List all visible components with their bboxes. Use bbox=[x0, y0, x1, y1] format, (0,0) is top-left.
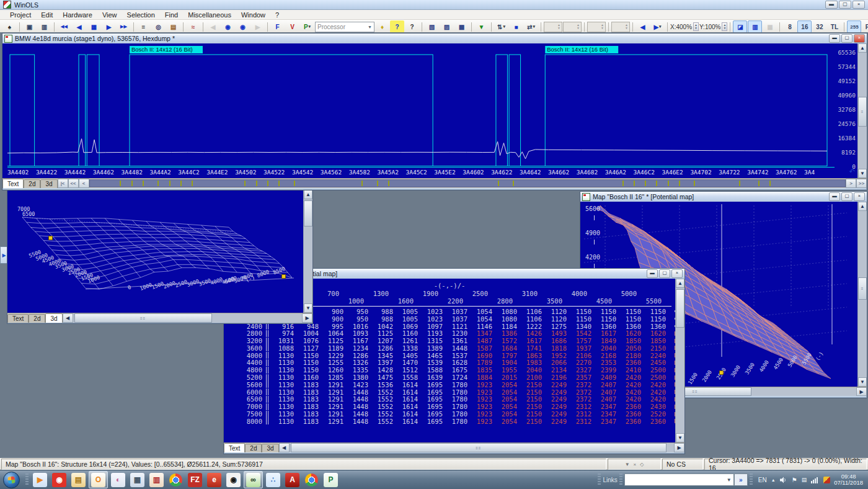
table-cell[interactable]: 1552 bbox=[371, 410, 396, 418]
spinner-arrows[interactable]: ▲▼ bbox=[722, 22, 727, 31]
table-cell[interactable]: 1130 bbox=[272, 352, 296, 359]
y-zoom-spinner[interactable]: Y:100%▲▼ bbox=[699, 22, 727, 31]
table-cell[interactable]: 1448 bbox=[346, 395, 371, 403]
menu-item-window[interactable]: Window bbox=[236, 11, 270, 19]
table-cell[interactable]: 2150 bbox=[520, 395, 544, 403]
menu-item-miscellaneous[interactable]: Miscellaneous bbox=[183, 11, 236, 19]
nav-prev-button[interactable]: < bbox=[79, 179, 89, 188]
window-split-icon[interactable]: ▥ bbox=[37, 20, 51, 33]
table-cell[interactable]: 1150 bbox=[644, 315, 668, 323]
decimal-255-button[interactable]: 255 bbox=[847, 20, 861, 33]
table-cell[interactable]: 1097 bbox=[420, 323, 445, 330]
address-cell[interactable]: 3A4622 bbox=[491, 169, 520, 176]
table-cell[interactable]: 1552 bbox=[371, 403, 396, 410]
nav-next-button[interactable]: > bbox=[846, 179, 856, 188]
taskbar-outlook[interactable]: O bbox=[89, 471, 108, 488]
table-cell[interactable]: 1904 bbox=[495, 359, 520, 366]
table-cell[interactable]: 1023 bbox=[420, 308, 445, 315]
action-center-flag-icon[interactable]: ⚑ bbox=[792, 477, 797, 483]
map-search-button[interactable]: ▧ bbox=[425, 20, 439, 33]
table-cell[interactable]: 1850 bbox=[644, 337, 668, 344]
address-cell[interactable]: 3A45E2 bbox=[434, 169, 463, 176]
address-cell[interactable]: 3A4442 bbox=[64, 169, 93, 176]
table-cell[interactable]: 1539 bbox=[420, 359, 445, 366]
scroll-left-arrow[interactable]: ◀ bbox=[63, 313, 73, 323]
table-cell[interactable]: 1923 bbox=[470, 418, 495, 425]
context-help-button[interactable]: ? bbox=[405, 20, 419, 33]
table-cell[interactable]: 2270 bbox=[569, 359, 594, 366]
table-cell[interactable]: 1286 bbox=[371, 344, 396, 352]
scroll-left-arrow[interactable]: ◀ bbox=[279, 443, 290, 452]
table-cell[interactable]: 1361 bbox=[445, 337, 470, 344]
tab-3d[interactable]: 3d bbox=[262, 444, 278, 452]
bits-16-button[interactable]: 16 bbox=[797, 20, 812, 33]
nav-next-button[interactable]: ▶ bbox=[102, 20, 116, 33]
close-button[interactable]: × bbox=[854, 34, 865, 43]
nav-prev-page-button[interactable]: << bbox=[68, 179, 79, 188]
table-cell[interactable]: 1125 bbox=[371, 330, 396, 337]
table-cell[interactable]: 1291 bbox=[321, 410, 346, 418]
address-cell[interactable]: 3A4542 bbox=[292, 169, 321, 176]
map-3d-left-view[interactable]: 7000650055005000450040003500300025002000… bbox=[7, 190, 303, 313]
table-cell[interactable]: 1614 bbox=[396, 395, 420, 403]
map-selection-rect[interactable] bbox=[79, 55, 86, 166]
clipboard-icon[interactable]: ▤ bbox=[802, 477, 807, 483]
table-cell[interactable]: 2409 bbox=[594, 374, 619, 381]
table-cell[interactable]: 2360 bbox=[619, 403, 644, 410]
table-cell[interactable]: 1695 bbox=[420, 418, 445, 425]
map-selection-rect[interactable] bbox=[545, 55, 827, 166]
menu-item-?[interactable]: ? bbox=[270, 11, 284, 19]
table-cell[interactable]: 2430 bbox=[644, 403, 668, 410]
table-cell[interactable]: 1558 bbox=[396, 374, 420, 381]
maximize-button[interactable]: ▢ bbox=[839, 1, 851, 9]
address-cell[interactable]: 3A45C2 bbox=[405, 169, 434, 176]
tray-app-icon[interactable] bbox=[823, 477, 830, 483]
table-cell[interactable]: 1741 bbox=[520, 344, 544, 352]
address-cell[interactable]: 3A4602 bbox=[463, 169, 491, 176]
start-button[interactable] bbox=[3, 472, 20, 488]
table-cell[interactable]: 1695 bbox=[420, 410, 445, 418]
table-cell[interactable]: 1405 bbox=[396, 352, 420, 359]
table-cell[interactable]: 1620 bbox=[619, 330, 644, 337]
table-cell[interactable]: 2054 bbox=[495, 395, 520, 403]
table-cell[interactable]: 995 bbox=[321, 323, 346, 330]
table-cell[interactable]: 1537 bbox=[445, 352, 470, 359]
table-cell[interactable]: 2150 bbox=[644, 344, 668, 352]
table-cell[interactable]: 1130 bbox=[272, 395, 296, 403]
connect-button[interactable]: ≈ bbox=[186, 20, 200, 33]
minimize-button[interactable]: ▬ bbox=[829, 34, 840, 43]
go-button[interactable]: » bbox=[734, 473, 748, 486]
table-cell[interactable]: 1150 bbox=[569, 308, 594, 315]
table-cell[interactable]: 1222 bbox=[520, 323, 544, 330]
table-cell[interactable]: 988 bbox=[371, 315, 396, 323]
hexdump-titlebar[interactable]: BMW 4e18d murcia (stage1 dyno), 536576, … bbox=[2, 34, 867, 43]
table-cell[interactable]: 1863 bbox=[520, 352, 544, 359]
table-cell[interactable]: 1695 bbox=[420, 388, 445, 396]
view-text-button[interactable]: ▥ bbox=[748, 20, 762, 33]
table-cell[interactable]: 1797 bbox=[495, 352, 520, 359]
tray-grip[interactable] bbox=[750, 473, 753, 486]
project-p-button[interactable]: P bbox=[300, 20, 314, 33]
address-cell[interactable]: 3A4462 bbox=[93, 169, 122, 176]
table-cell[interactable]: 1360 bbox=[644, 323, 668, 330]
table-cell[interactable]: 1617 bbox=[594, 330, 619, 337]
table-cell[interactable]: 1345 bbox=[371, 352, 396, 359]
nav-prev-button[interactable]: ◀ bbox=[72, 20, 86, 33]
table-cell[interactable]: 1093 bbox=[346, 330, 371, 337]
table-cell[interactable]: 1789 bbox=[470, 359, 495, 366]
folder-f-button[interactable]: F bbox=[270, 20, 285, 33]
close-button[interactable]: × bbox=[852, 1, 865, 9]
taskbar-publisher[interactable]: P bbox=[322, 472, 340, 488]
table-cell[interactable]: 2420 bbox=[644, 388, 668, 396]
table-cell[interactable]: 2150 bbox=[520, 381, 544, 388]
table-cell[interactable]: 1639 bbox=[420, 374, 445, 381]
address-cell[interactable]: 3A4642 bbox=[520, 169, 548, 176]
table-cell[interactable]: 2168 bbox=[594, 352, 619, 359]
table-cell[interactable]: 1291 bbox=[321, 381, 346, 388]
table-cell[interactable]: 1150 bbox=[619, 308, 644, 315]
table-cell[interactable]: 2407 bbox=[594, 381, 619, 388]
table-cell[interactable]: 974 bbox=[272, 330, 296, 337]
address-cell[interactable]: 3A4582 bbox=[349, 169, 378, 176]
scroll-down-arrow[interactable]: ▼ bbox=[304, 303, 312, 313]
table-cell[interactable]: 2106 bbox=[569, 352, 594, 359]
